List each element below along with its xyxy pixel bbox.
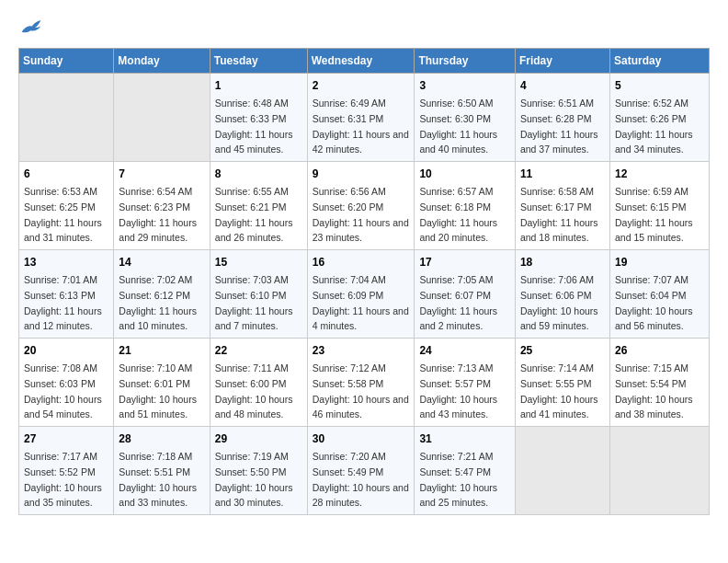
day-number: 2 xyxy=(313,77,410,94)
calendar-col-header: Friday xyxy=(515,49,609,74)
day-info: Sunrise: 7:21 AM Sunset: 5:47 PM Dayligh… xyxy=(419,451,497,508)
day-number: 28 xyxy=(119,431,204,447)
calendar-day-cell: 6Sunrise: 6:53 AM Sunset: 6:25 PM Daylig… xyxy=(19,162,114,250)
day-number: 31 xyxy=(419,431,510,447)
day-number: 8 xyxy=(215,166,302,182)
calendar-day-cell xyxy=(515,427,609,515)
day-number: 21 xyxy=(119,342,204,359)
calendar-day-cell: 21Sunrise: 7:10 AM Sunset: 6:01 PM Dayli… xyxy=(114,339,210,427)
day-info: Sunrise: 7:13 AM Sunset: 5:57 PM Dayligh… xyxy=(419,362,497,419)
calendar-day-cell: 15Sunrise: 7:03 AM Sunset: 6:10 PM Dayli… xyxy=(210,250,307,339)
calendar-day-cell: 14Sunrise: 7:02 AM Sunset: 6:12 PM Dayli… xyxy=(114,250,210,339)
calendar-week-row: 6Sunrise: 6:53 AM Sunset: 6:25 PM Daylig… xyxy=(19,162,710,250)
day-number: 24 xyxy=(419,342,510,359)
day-number: 3 xyxy=(419,77,510,94)
calendar-col-header: Sunday xyxy=(19,49,114,74)
page-header xyxy=(18,18,710,33)
calendar-col-header: Tuesday xyxy=(210,49,307,74)
day-number: 25 xyxy=(520,342,605,359)
day-info: Sunrise: 7:10 AM Sunset: 6:01 PM Dayligh… xyxy=(119,362,197,419)
day-number: 22 xyxy=(215,342,302,359)
day-info: Sunrise: 6:55 AM Sunset: 6:21 PM Dayligh… xyxy=(215,186,293,243)
day-number: 11 xyxy=(520,166,605,182)
calendar-day-cell: 8Sunrise: 6:55 AM Sunset: 6:21 PM Daylig… xyxy=(210,162,307,250)
day-info: Sunrise: 7:17 AM Sunset: 5:52 PM Dayligh… xyxy=(24,451,102,508)
day-info: Sunrise: 6:50 AM Sunset: 6:30 PM Dayligh… xyxy=(419,98,497,155)
calendar-week-row: 1Sunrise: 6:48 AM Sunset: 6:33 PM Daylig… xyxy=(19,74,710,162)
day-info: Sunrise: 6:49 AM Sunset: 6:31 PM Dayligh… xyxy=(313,98,409,155)
calendar-day-cell: 11Sunrise: 6:58 AM Sunset: 6:17 PM Dayli… xyxy=(515,162,609,250)
day-number: 26 xyxy=(615,342,704,359)
day-number: 15 xyxy=(215,254,302,270)
calendar-day-cell: 16Sunrise: 7:04 AM Sunset: 6:09 PM Dayli… xyxy=(307,250,415,339)
day-info: Sunrise: 6:57 AM Sunset: 6:18 PM Dayligh… xyxy=(419,186,497,243)
day-info: Sunrise: 6:53 AM Sunset: 6:25 PM Dayligh… xyxy=(24,186,102,243)
day-info: Sunrise: 7:11 AM Sunset: 6:00 PM Dayligh… xyxy=(215,362,293,419)
calendar-day-cell: 20Sunrise: 7:08 AM Sunset: 6:03 PM Dayli… xyxy=(19,339,114,427)
day-number: 19 xyxy=(615,254,704,270)
calendar-week-row: 27Sunrise: 7:17 AM Sunset: 5:52 PM Dayli… xyxy=(19,427,710,515)
day-number: 29 xyxy=(215,431,302,447)
calendar-day-cell: 3Sunrise: 6:50 AM Sunset: 6:30 PM Daylig… xyxy=(415,74,516,162)
day-info: Sunrise: 7:15 AM Sunset: 5:54 PM Dayligh… xyxy=(615,362,693,419)
day-info: Sunrise: 6:52 AM Sunset: 6:26 PM Dayligh… xyxy=(615,98,693,155)
calendar-day-cell: 29Sunrise: 7:19 AM Sunset: 5:50 PM Dayli… xyxy=(210,427,307,515)
calendar-day-cell: 7Sunrise: 6:54 AM Sunset: 6:23 PM Daylig… xyxy=(114,162,210,250)
calendar-day-cell: 23Sunrise: 7:12 AM Sunset: 5:58 PM Dayli… xyxy=(307,339,415,427)
calendar-day-cell: 2Sunrise: 6:49 AM Sunset: 6:31 PM Daylig… xyxy=(307,74,415,162)
day-info: Sunrise: 6:58 AM Sunset: 6:17 PM Dayligh… xyxy=(520,186,598,243)
calendar-day-cell: 13Sunrise: 7:01 AM Sunset: 6:13 PM Dayli… xyxy=(19,250,114,339)
calendar-week-row: 20Sunrise: 7:08 AM Sunset: 6:03 PM Dayli… xyxy=(19,339,710,427)
calendar-day-cell: 24Sunrise: 7:13 AM Sunset: 5:57 PM Dayli… xyxy=(415,339,516,427)
calendar-col-header: Saturday xyxy=(609,49,709,74)
calendar-col-header: Thursday xyxy=(415,49,516,74)
day-info: Sunrise: 7:18 AM Sunset: 5:51 PM Dayligh… xyxy=(119,451,197,508)
day-number: 20 xyxy=(24,342,108,359)
day-info: Sunrise: 6:51 AM Sunset: 6:28 PM Dayligh… xyxy=(520,98,598,155)
calendar-day-cell: 30Sunrise: 7:20 AM Sunset: 5:49 PM Dayli… xyxy=(307,427,415,515)
day-info: Sunrise: 6:48 AM Sunset: 6:33 PM Dayligh… xyxy=(215,98,293,155)
day-info: Sunrise: 7:04 AM Sunset: 6:09 PM Dayligh… xyxy=(313,274,409,331)
calendar-day-cell: 9Sunrise: 6:56 AM Sunset: 6:20 PM Daylig… xyxy=(307,162,415,250)
day-number: 27 xyxy=(24,431,108,447)
day-number: 10 xyxy=(419,166,510,182)
calendar-day-cell: 10Sunrise: 6:57 AM Sunset: 6:18 PM Dayli… xyxy=(415,162,516,250)
day-number: 5 xyxy=(615,77,704,94)
day-number: 1 xyxy=(215,77,302,94)
calendar-col-header: Wednesday xyxy=(307,49,415,74)
calendar-day-cell: 12Sunrise: 6:59 AM Sunset: 6:15 PM Dayli… xyxy=(609,162,709,250)
day-info: Sunrise: 7:19 AM Sunset: 5:50 PM Dayligh… xyxy=(215,451,293,508)
logo xyxy=(18,18,42,33)
calendar-day-cell: 25Sunrise: 7:14 AM Sunset: 5:55 PM Dayli… xyxy=(515,339,609,427)
day-info: Sunrise: 7:01 AM Sunset: 6:13 PM Dayligh… xyxy=(24,274,102,331)
day-info: Sunrise: 6:54 AM Sunset: 6:23 PM Dayligh… xyxy=(119,186,197,243)
day-number: 16 xyxy=(313,254,410,270)
calendar-day-cell: 4Sunrise: 6:51 AM Sunset: 6:28 PM Daylig… xyxy=(515,74,609,162)
day-number: 17 xyxy=(419,254,510,270)
day-info: Sunrise: 7:20 AM Sunset: 5:49 PM Dayligh… xyxy=(313,451,409,508)
day-info: Sunrise: 7:06 AM Sunset: 6:06 PM Dayligh… xyxy=(520,274,598,331)
day-info: Sunrise: 6:59 AM Sunset: 6:15 PM Dayligh… xyxy=(615,186,693,243)
day-info: Sunrise: 6:56 AM Sunset: 6:20 PM Dayligh… xyxy=(313,186,409,243)
calendar-day-cell: 18Sunrise: 7:06 AM Sunset: 6:06 PM Dayli… xyxy=(515,250,609,339)
calendar-day-cell: 22Sunrise: 7:11 AM Sunset: 6:00 PM Dayli… xyxy=(210,339,307,427)
day-info: Sunrise: 7:08 AM Sunset: 6:03 PM Dayligh… xyxy=(24,362,102,419)
calendar-day-cell: 19Sunrise: 7:07 AM Sunset: 6:04 PM Dayli… xyxy=(609,250,709,339)
calendar-day-cell: 1Sunrise: 6:48 AM Sunset: 6:33 PM Daylig… xyxy=(210,74,307,162)
calendar-col-header: Monday xyxy=(114,49,210,74)
calendar-body: 1Sunrise: 6:48 AM Sunset: 6:33 PM Daylig… xyxy=(19,74,710,515)
day-info: Sunrise: 7:05 AM Sunset: 6:07 PM Dayligh… xyxy=(419,274,497,331)
calendar-week-row: 13Sunrise: 7:01 AM Sunset: 6:13 PM Dayli… xyxy=(19,250,710,339)
day-info: Sunrise: 7:07 AM Sunset: 6:04 PM Dayligh… xyxy=(615,274,693,331)
day-number: 7 xyxy=(119,166,204,182)
day-info: Sunrise: 7:02 AM Sunset: 6:12 PM Dayligh… xyxy=(119,274,197,331)
day-number: 13 xyxy=(24,254,108,270)
calendar-day-cell xyxy=(114,74,210,162)
day-number: 6 xyxy=(24,166,108,182)
calendar-day-cell xyxy=(19,74,114,162)
day-number: 12 xyxy=(615,166,704,182)
calendar-header-row: SundayMondayTuesdayWednesdayThursdayFrid… xyxy=(19,49,710,74)
calendar-day-cell: 31Sunrise: 7:21 AM Sunset: 5:47 PM Dayli… xyxy=(415,427,516,515)
day-info: Sunrise: 7:12 AM Sunset: 5:58 PM Dayligh… xyxy=(313,362,409,419)
day-number: 23 xyxy=(313,342,410,359)
